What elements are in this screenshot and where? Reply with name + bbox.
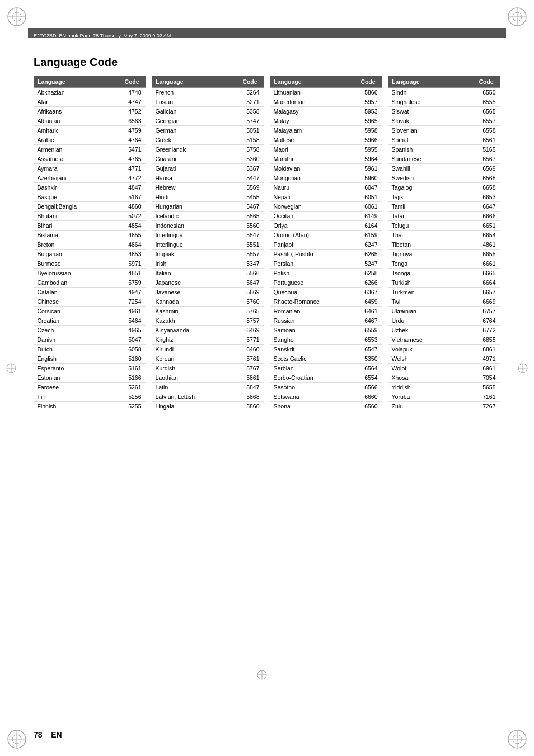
table-row: Romanian6461 xyxy=(270,307,382,316)
code-cell: 6557 xyxy=(472,116,500,126)
language-cell: Italian xyxy=(152,269,236,278)
language-cell: Frisian xyxy=(152,97,236,107)
table-row: Scots Gaelic5350 xyxy=(270,354,382,364)
code-cell: 5971 xyxy=(118,259,146,269)
code-cell: 5847 xyxy=(236,383,264,392)
language-cell: Xhosa xyxy=(388,373,472,383)
language-cell: Kashmiri xyxy=(152,307,236,316)
code-cell: 5757 xyxy=(236,316,264,326)
code-cell: 5350 xyxy=(354,354,382,364)
table-row: Bihari4854 xyxy=(34,221,146,231)
table-row: Telugu6651 xyxy=(388,221,500,231)
table-row: Lingala5860 xyxy=(152,402,264,411)
language-cell: Macedonian xyxy=(270,97,354,107)
language-cell: Kurdish xyxy=(152,364,236,373)
table-row: Greenlandic5758 xyxy=(152,145,264,154)
language-cell: Maltese xyxy=(270,135,354,145)
code-cell: 6764 xyxy=(472,316,500,326)
language-cell: Cambodian xyxy=(34,278,118,288)
language-cell: German xyxy=(152,126,236,135)
language-cell: Siswat xyxy=(388,107,472,116)
language-cell: Hindi xyxy=(152,192,236,202)
table-row: Twi6669 xyxy=(388,297,500,307)
table-row: Galician5358 xyxy=(152,107,264,116)
table-row: Malagasy5953 xyxy=(270,107,382,116)
table-row: Portuguese6266 xyxy=(270,278,382,288)
table-row: English5160 xyxy=(34,354,146,364)
table-row: Croatian5464 xyxy=(34,316,146,326)
language-cell: Portuguese xyxy=(270,278,354,288)
language-cell: Vietnamese xyxy=(388,335,472,345)
table-row: Rhaeto-Romance6459 xyxy=(270,297,382,307)
code-cell: 6460 xyxy=(236,345,264,354)
language-cell: Malayalam xyxy=(270,126,354,135)
code-cell: 4764 xyxy=(118,135,146,145)
language-cell: Sundanese xyxy=(388,154,472,164)
col-header-language-4: Language xyxy=(388,76,472,88)
table-row: Polish6258 xyxy=(270,269,382,278)
page-number: 78 xyxy=(34,730,43,739)
code-cell: 6666 xyxy=(472,212,500,221)
language-cell: Azerbaijani xyxy=(34,173,118,183)
code-cell: 5861 xyxy=(236,373,264,383)
table-row: Sindhi6550 xyxy=(388,88,500,97)
language-cell: Laothian xyxy=(152,373,236,383)
table-row: Quechua6367 xyxy=(270,288,382,297)
language-cell: Setswana xyxy=(270,392,354,402)
language-cell: Twi xyxy=(388,297,472,307)
language-cell: Malagasy xyxy=(270,107,354,116)
language-cell: Serbo-Croatian xyxy=(270,373,354,383)
table-row: Oriya6164 xyxy=(270,221,382,231)
table-row: Interlingua5547 xyxy=(152,231,264,240)
language-cell: Assamese xyxy=(34,154,118,164)
language-cell: Bhutani xyxy=(34,212,118,221)
code-cell: 6047 xyxy=(354,183,382,192)
language-cell: Sindhi xyxy=(388,88,472,97)
table-row: Kirundi6460 xyxy=(152,345,264,354)
code-cell: 5569 xyxy=(236,183,264,192)
language-cell: Panjabi xyxy=(270,240,354,250)
table-row: Czech4965 xyxy=(34,326,146,335)
language-cell: Japanese xyxy=(152,278,236,288)
table-row: Kashmiri5765 xyxy=(152,307,264,316)
code-cell: 5565 xyxy=(236,212,264,221)
language-cell: Somali xyxy=(388,135,472,145)
code-cell: 6566 xyxy=(354,383,382,392)
table-row: Finnish5255 xyxy=(34,402,146,411)
header-text: E2TC2BD_EN.book Page 78 Thursday, May 7,… xyxy=(34,31,171,41)
col-header-code-4: Code xyxy=(472,76,500,88)
table-row: Samoan6559 xyxy=(270,326,382,335)
code-cell: 6061 xyxy=(354,202,382,212)
table-row: Georgian5747 xyxy=(152,116,264,126)
table-row: Turkmen6657 xyxy=(388,288,500,297)
language-cell: French xyxy=(152,88,236,97)
code-cell: 6266 xyxy=(354,278,382,288)
table-row: Tamil6647 xyxy=(388,202,500,212)
language-cell: Danish xyxy=(34,335,118,345)
table-row: Tibetan4861 xyxy=(388,240,500,250)
language-cell: Burmese xyxy=(34,259,118,269)
table-row: Inupiak5557 xyxy=(152,250,264,259)
code-cell: 5165 xyxy=(472,145,500,154)
language-tables: Language Code Abkhazian4748Afar4747Afrik… xyxy=(34,76,500,411)
code-cell: 6657 xyxy=(472,288,500,297)
table-row: Hebrew5569 xyxy=(152,183,264,192)
language-cell: Interlingua xyxy=(152,231,236,240)
language-cell: Amharic xyxy=(34,126,118,135)
table-row: Fiji5256 xyxy=(34,392,146,402)
language-cell: Kirghiz xyxy=(152,335,236,345)
code-cell: 6664 xyxy=(472,278,500,288)
table-row: Bhutani5072 xyxy=(34,212,146,221)
code-cell: 5166 xyxy=(118,373,146,383)
table-row: Japanese5647 xyxy=(152,278,264,288)
table-row: Somali6561 xyxy=(388,135,500,145)
language-cell: Slovak xyxy=(388,116,472,126)
code-cell: 6367 xyxy=(354,288,382,297)
table-row: Kirghiz5771 xyxy=(152,335,264,345)
language-cell: Tibetan xyxy=(388,240,472,250)
language-cell: Bulgarian xyxy=(34,250,118,259)
language-cell: Persian xyxy=(270,259,354,269)
code-cell: 5761 xyxy=(236,354,264,364)
code-cell: 4847 xyxy=(118,183,146,192)
crosshair-right xyxy=(517,363,528,374)
